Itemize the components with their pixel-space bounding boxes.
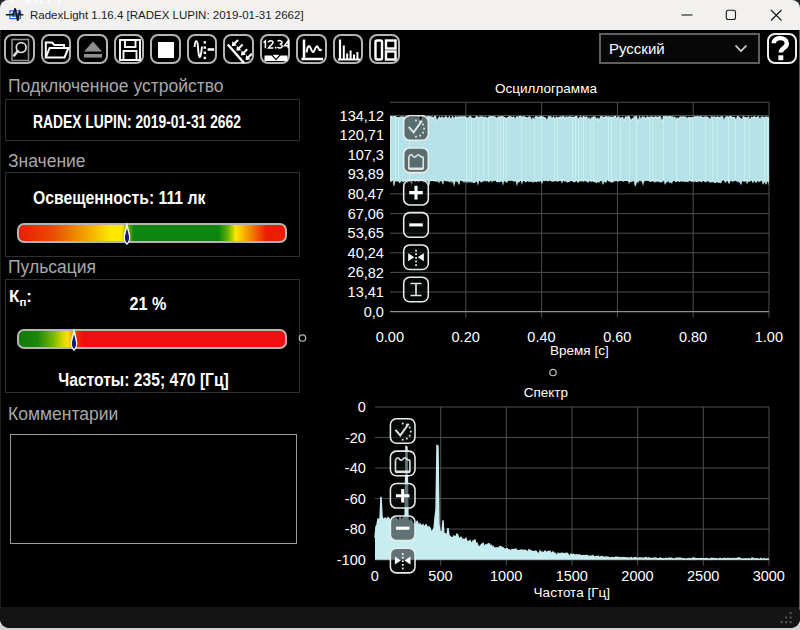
svg-text:-100: -100 — [337, 552, 366, 568]
svg-text:53,65: 53,65 — [348, 225, 384, 241]
svg-text:107,3: 107,3 — [348, 147, 384, 163]
svg-text:0: 0 — [371, 568, 379, 584]
svg-text:500: 500 — [428, 568, 452, 584]
svg-text:26,82: 26,82 — [348, 265, 384, 281]
svg-text:-20: -20 — [345, 430, 366, 446]
svg-text:93,89: 93,89 — [348, 166, 384, 182]
svg-text:Амплитуда [дБ]: Амплитуда [дБ] — [0, 0, 50, 3]
svg-text:1.00: 1.00 — [755, 329, 783, 345]
svg-text:3000: 3000 — [753, 568, 785, 584]
svg-text:-80: -80 — [345, 521, 366, 537]
svg-text:40,24: 40,24 — [348, 245, 384, 261]
svg-text:0: 0 — [358, 399, 366, 415]
svg-text:-40: -40 — [345, 460, 366, 476]
svg-text:1500: 1500 — [556, 568, 588, 584]
svg-text:1000: 1000 — [490, 568, 522, 584]
svg-text:Время [с]: Время [с] — [550, 343, 609, 358]
svg-text:0.20: 0.20 — [452, 329, 480, 345]
svg-text:2500: 2500 — [687, 568, 719, 584]
svg-text:Частота [Гц]: Частота [Гц] — [534, 585, 610, 600]
svg-text:Спектр: Спектр — [524, 385, 568, 400]
svg-text:120,71: 120,71 — [340, 127, 384, 143]
svg-text:Осциллограмма: Осциллограмма — [495, 81, 597, 96]
svg-text:0.80: 0.80 — [679, 329, 707, 345]
svg-text:-60: -60 — [345, 491, 366, 507]
svg-text:134,12: 134,12 — [340, 108, 384, 124]
svg-text:2000: 2000 — [621, 568, 653, 584]
svg-text:80,47: 80,47 — [348, 186, 384, 202]
svg-text:67,06: 67,06 — [348, 206, 384, 222]
svg-text:13,41: 13,41 — [348, 284, 384, 300]
svg-text:0,0: 0,0 — [364, 304, 384, 320]
svg-text:0.00: 0.00 — [376, 329, 404, 345]
